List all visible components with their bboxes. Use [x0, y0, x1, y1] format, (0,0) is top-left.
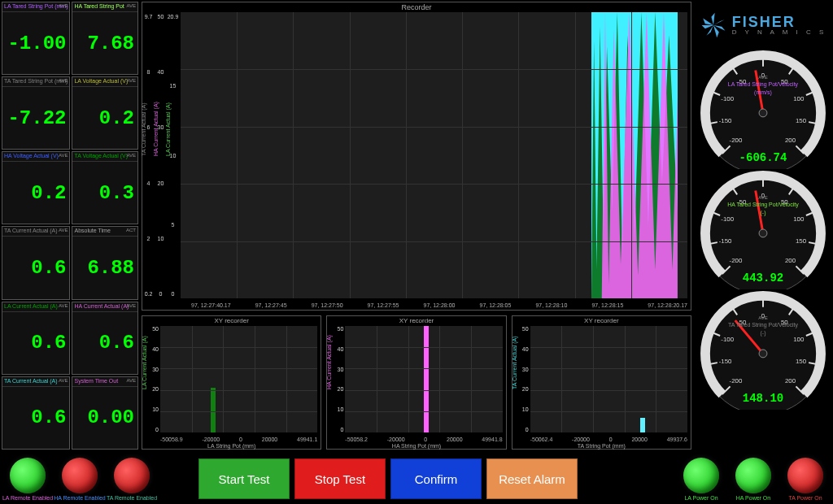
y-tick: 20.9: [168, 14, 179, 20]
led-leds-left-1[interactable]: HA Remote Enabled: [55, 458, 104, 501]
led-leds-left-0[interactable]: LA Remote Enabled: [3, 458, 52, 501]
y-tick: 0: [526, 427, 529, 432]
readout-tag: AVE: [59, 153, 68, 158]
led-label: TA Remote Enabled: [107, 495, 157, 501]
readout-1: HA Tared String Pot AVE 7.68: [72, 2, 138, 75]
led-label: HA Remote Enabled: [54, 495, 105, 501]
y-axis-label: TA Current Actual (A): [141, 102, 146, 156]
svg-text:100: 100: [793, 336, 805, 343]
gauge-tag: AVE: [698, 315, 828, 320]
svg-text:150: 150: [796, 117, 807, 124]
gauge-unit: (-): [698, 330, 828, 336]
y-tick: 20: [152, 386, 159, 392]
readout-tag: AVE: [59, 78, 68, 83]
y-tick: 50: [152, 326, 159, 332]
led-label: HA Power On: [736, 495, 770, 501]
gauge-1: -200-150-100-50050100150200 AVE HA Tared…: [698, 169, 828, 289]
y-tick: 0: [155, 427, 159, 432]
brand-logo: FISHER D Y N A M I C S: [700, 3, 827, 46]
svg-text:200: 200: [785, 257, 796, 264]
readout-8: LA Current Actual (A) AVE 0.6: [2, 302, 70, 375]
brand-sub: D Y N A M I C S: [732, 29, 827, 36]
xy-plot-0[interactable]: XY recorder LA Current Actual (A)5040302…: [142, 315, 321, 450]
svg-text:-200: -200: [730, 377, 743, 385]
led-leds-right-0[interactable]: LA Power On: [677, 458, 726, 501]
gauge-title: HA Tared String Pot/Velocity: [698, 202, 828, 207]
xy-area: [345, 326, 502, 432]
svg-text:100: 100: [793, 95, 805, 102]
y-tick: 50: [158, 14, 164, 20]
readout-2: TA Tared String Pot (mm) AVE -7.22: [2, 76, 70, 150]
gauge-2: -200-150-100-50050100150200 AVE TA Tared…: [698, 289, 828, 410]
reset-alarm-button[interactable]: Reset Alarm: [486, 458, 578, 499]
x-tick: 49941.1: [297, 437, 317, 442]
xy-title: XY recorder: [584, 317, 619, 324]
led-icon: [735, 458, 771, 493]
y-tick: 20: [522, 386, 529, 392]
svg-point-20: [759, 109, 767, 117]
svg-text:-100: -100: [721, 215, 734, 223]
center-panel: Recorder TA Current Actual (A)9.786420.2…: [140, 0, 693, 451]
x-tick: 0: [424, 437, 427, 442]
readout-tag: AVE: [126, 378, 136, 383]
brand-name: FISHER: [732, 15, 827, 29]
x-tick: 49941.8: [482, 437, 502, 442]
gauge-tag: AVE: [698, 75, 828, 80]
readout-9: HA Current Actual (A) AVE 0.6: [72, 302, 138, 375]
x-tick: 20000: [447, 437, 462, 442]
xy-x-label: TA String Pot (mm): [578, 443, 626, 449]
y-tick: 10: [158, 236, 164, 241]
y-axis-label: LA Current Actual (A): [165, 102, 171, 156]
svg-text:-150: -150: [719, 358, 732, 365]
recorder-chart[interactable]: Recorder TA Current Actual (A)9.786420.2…: [142, 2, 691, 311]
svg-text:-100: -100: [721, 336, 734, 343]
stop-test-button[interactable]: Stop Test: [294, 458, 386, 499]
x-tick: 97, 12:28:15: [591, 302, 623, 308]
y-tick: 5: [172, 222, 175, 228]
xy-bar: [211, 388, 216, 432]
xy-y-label: HA Current Actual (A): [326, 335, 332, 389]
svg-text:100: 100: [793, 215, 805, 223]
readout-tag: ACT: [126, 228, 136, 232]
y-tick: 30: [522, 367, 529, 372]
readout-0: LA Tared String Pot (mm) AVE -1.00: [2, 2, 70, 75]
svg-text:150: 150: [796, 358, 807, 365]
led-leds-right-1[interactable]: HA Power On: [729, 458, 778, 501]
recorder-y-axis: LA Current Actual (A)20.9151050: [167, 2, 179, 310]
readout-7: Absolute Time ACT 6.88: [72, 226, 138, 299]
readout-value: 0.6: [2, 237, 69, 298]
xy-row: XY recorder LA Current Actual (A)5040302…: [142, 315, 691, 450]
y-tick: 10: [152, 406, 159, 412]
x-tick: -50058.2: [345, 437, 368, 442]
led-icon: [683, 458, 719, 493]
gauge-value: 148.10: [698, 392, 828, 405]
led-leds-left-2[interactable]: TA Remote Enabled: [107, 458, 156, 501]
y-tick: 10: [522, 406, 529, 412]
readout-value: 0.6: [72, 312, 137, 374]
x-tick: -20000: [202, 437, 220, 442]
xy-plot-2[interactable]: XY recorder TA Current Actual (A)5040302…: [512, 315, 691, 450]
svg-text:150: 150: [796, 237, 807, 245]
start-test-button[interactable]: Start Test: [198, 458, 290, 499]
led-label: LA Power On: [684, 495, 717, 501]
xy-plot-1[interactable]: XY recorder HA Current Actual (A)5040302…: [326, 315, 506, 450]
readout-value: 0.2: [2, 162, 69, 224]
y-tick: 30: [158, 124, 164, 130]
confirm-button[interactable]: Confirm: [390, 458, 482, 499]
bottom-bar: LA Remote Enabled HA Remote Enabled TA R…: [0, 454, 833, 504]
readout-11: System Time Out AVE 0.00: [72, 376, 138, 450]
readout-value: 0.2: [72, 87, 137, 149]
recorder-data-glyph: [591, 12, 678, 298]
xy-bar: [640, 418, 645, 432]
readout-value: 0.3: [72, 162, 137, 224]
readout-grid: LA Tared String Pot (mm) AVE -1.00HA Tar…: [0, 0, 140, 451]
xy-title: XY recorder: [399, 317, 434, 324]
y-tick: 40: [338, 346, 344, 352]
y-tick: 0: [172, 291, 175, 297]
y-tick: 40: [158, 69, 164, 75]
y-tick: 6: [147, 124, 150, 130]
gauge-0: -200-150-100-50050100150200 AVE LA Tared…: [698, 49, 828, 169]
led-leds-right-2[interactable]: TA Power On: [781, 458, 830, 501]
readout-value: 0.6: [2, 312, 69, 374]
led-label: LA Remote Enabled: [2, 495, 53, 501]
